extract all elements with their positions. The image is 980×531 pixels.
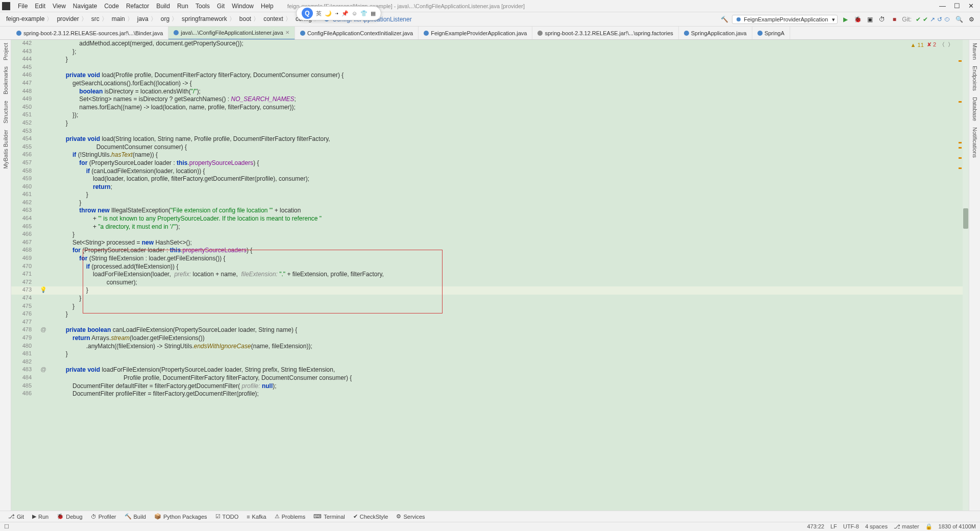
minimize-button[interactable]: —: [939, 2, 946, 10]
menu-tools[interactable]: Tools: [192, 3, 213, 10]
gutter-marker[interactable]: [39, 143, 48, 152]
code-line[interactable]: 479 return Arrays.stream(loader.getFileE…: [11, 334, 969, 343]
bottom-tool-build[interactable]: 🔨Build: [120, 513, 150, 520]
bottom-tool-profiler[interactable]: ⏱Profiler: [87, 513, 120, 520]
bottom-tool-run[interactable]: ▶Run: [28, 513, 53, 520]
breadcrumb-item[interactable]: boot: [237, 15, 261, 23]
code-text[interactable]: }: [48, 56, 969, 64]
ime-pin-icon[interactable]: 📌: [341, 10, 349, 17]
close-button[interactable]: ✕: [968, 2, 974, 10]
gutter-marker[interactable]: [39, 303, 48, 311]
code-line[interactable]: 460 return;: [11, 183, 969, 191]
ime-grid-icon[interactable]: ▦: [371, 10, 376, 17]
code-line[interactable]: 472 consumer);: [11, 279, 969, 287]
code-text[interactable]: return Arrays.stream(loader.getFileExten…: [48, 334, 969, 343]
code-text[interactable]: Profile profile, DocumentFilterFactory f…: [48, 374, 969, 382]
gutter-marker[interactable]: [39, 231, 48, 239]
gutter-marker[interactable]: [39, 247, 48, 255]
code-line[interactable]: 476 }: [11, 310, 969, 319]
code-text[interactable]: DocumentConsumer consumer) {: [48, 143, 969, 152]
code-text[interactable]: private void loadForFileExtension(Proper…: [48, 366, 969, 374]
status-icon[interactable]: ☐: [4, 523, 9, 530]
scrollbar[interactable]: [963, 40, 969, 511]
gutter-marker[interactable]: [39, 239, 48, 247]
menu-help[interactable]: Help: [257, 3, 277, 10]
code-text[interactable]: + "' is not known to any PropertySourceL…: [48, 215, 969, 223]
menu-file[interactable]: File: [14, 3, 31, 10]
bottom-tool-kafka[interactable]: ≡Kafka: [242, 513, 271, 520]
code-line[interactable]: 481 }: [11, 350, 969, 358]
code-text[interactable]: private void load(Profile profile, Docum…: [48, 71, 969, 80]
bottom-tool-git[interactable]: ⎇Git: [4, 513, 28, 520]
gutter-marker[interactable]: [39, 151, 48, 159]
maximize-button[interactable]: ☐: [954, 2, 960, 10]
code-text[interactable]: [48, 128, 969, 136]
gutter-marker[interactable]: [39, 374, 48, 382]
gutter-marker[interactable]: 💡: [39, 286, 48, 295]
git-branch[interactable]: ⎇ master: [894, 523, 919, 530]
code-line[interactable]: 445: [11, 64, 969, 72]
breadcrumb-item[interactable]: org: [159, 15, 180, 23]
gutter-marker[interactable]: [39, 56, 48, 64]
code-line[interactable]: 451 });: [11, 111, 969, 119]
breadcrumb-item[interactable]: main: [110, 15, 135, 23]
tool-window-maven[interactable]: Maven: [972, 40, 978, 63]
tool-window-bookmarks[interactable]: Bookmarks: [3, 63, 9, 98]
search-icon[interactable]: 🔍: [954, 15, 964, 24]
gutter-marker[interactable]: [39, 295, 48, 303]
code-line[interactable]: 454 private void load(String location, S…: [11, 135, 969, 143]
caret-position[interactable]: 473:22: [807, 523, 824, 530]
gutter-marker[interactable]: [39, 40, 48, 48]
tool-window-project[interactable]: Project: [3, 40, 9, 63]
code-text[interactable]: consumer);: [48, 279, 969, 287]
code-line[interactable]: 463 throw new IllegalStateException("Fil…: [11, 207, 969, 215]
code-text[interactable]: }: [48, 303, 969, 311]
code-text[interactable]: }: [48, 199, 969, 207]
bottom-tool-problems[interactable]: ⚠Problems: [271, 513, 309, 520]
code-text[interactable]: if (canLoadFileExtension(loader, locatio…: [48, 167, 969, 176]
bottom-tool-todo[interactable]: ☑TODO: [211, 513, 243, 520]
gutter-marker[interactable]: [39, 263, 48, 271]
code-line[interactable]: 447 getSearchLocations().forEach((locati…: [11, 80, 969, 88]
code-text[interactable]: [48, 358, 969, 367]
code-line[interactable]: 458 if (canLoadFileExtension(loader, loc…: [11, 167, 969, 176]
gutter-marker[interactable]: [39, 319, 48, 327]
gutter-marker[interactable]: [39, 271, 48, 279]
debug-button[interactable]: 🐞: [853, 15, 862, 24]
gutter-marker[interactable]: [39, 358, 48, 367]
code-text[interactable]: }: [48, 295, 969, 303]
code-text[interactable]: private void load(String location, Strin…: [48, 135, 969, 143]
code-text[interactable]: }: [48, 191, 969, 199]
code-line[interactable]: 448 boolean isDirectory = location.endsW…: [11, 88, 969, 96]
settings-icon[interactable]: ⚙: [967, 15, 976, 24]
code-line[interactable]: 444 }: [11, 56, 969, 64]
gutter-marker[interactable]: [39, 382, 48, 391]
gutter-marker[interactable]: [39, 80, 48, 88]
gutter-marker[interactable]: [39, 343, 48, 351]
code-text[interactable]: if (processed.add(fileExtension)) {: [48, 263, 969, 271]
code-text[interactable]: };: [48, 48, 969, 56]
code-line[interactable]: 446 private void load(Profile profile, D…: [11, 71, 969, 80]
memory-indicator[interactable]: 1830 of 4100M: [939, 523, 976, 530]
ime-dots-icon[interactable]: ·•: [335, 10, 338, 16]
code-text[interactable]: return;: [48, 183, 969, 191]
run-button[interactable]: ▶: [841, 15, 850, 24]
editor-tab[interactable]: SpringA: [752, 27, 790, 40]
code-text[interactable]: Set<String> processed = new HashSet<>();: [48, 239, 969, 247]
code-line[interactable]: 465 + "a directory, it must end in '/'")…: [11, 223, 969, 231]
code-line[interactable]: 473💡 }: [11, 286, 969, 295]
gutter-marker[interactable]: [39, 48, 48, 56]
code-text[interactable]: }: [48, 286, 969, 295]
gutter-marker[interactable]: [39, 159, 48, 167]
code-text[interactable]: boolean isDirectory = location.endsWith(…: [48, 88, 969, 96]
code-text[interactable]: });: [48, 111, 969, 119]
gutter-marker[interactable]: @: [39, 366, 48, 374]
gutter-marker[interactable]: [39, 199, 48, 207]
code-line[interactable]: 478@ private boolean canLoadFileExtensio…: [11, 326, 969, 334]
build-icon[interactable]: 🔨: [720, 15, 729, 24]
gutter-marker[interactable]: [39, 183, 48, 191]
menu-run[interactable]: Run: [174, 3, 192, 10]
code-line[interactable]: 474 }: [11, 295, 969, 303]
gutter-marker[interactable]: [39, 175, 48, 183]
code-text[interactable]: [48, 64, 969, 72]
